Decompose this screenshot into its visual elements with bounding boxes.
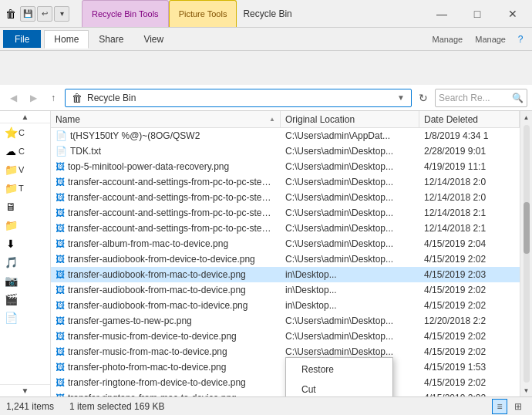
file-row[interactable]: 🖼transfer-music-from-device-to-device.pn… (51, 329, 520, 344)
item-count: 1,241 items (6, 401, 54, 412)
recycle-tools-tab[interactable]: Recycle Bin Tools (82, 0, 169, 27)
refresh-button[interactable]: ↻ (415, 89, 432, 106)
file-date-cell: 4/15/2019 2:02 (419, 282, 520, 298)
video-icon: 🎬 (3, 292, 19, 307)
save-button[interactable]: 💾 (20, 6, 35, 22)
sidebar-item-quickaccess[interactable]: ⭐ C (0, 123, 50, 142)
context-menu-item-cut[interactable]: Cut (286, 380, 392, 396)
file-list-scroll[interactable]: 📄t(HSY150tY %@)~(8OG/QSW2C:\Users\admin\… (51, 128, 520, 396)
file-date-cell: 4/15/2019 2:02 (419, 298, 520, 313)
sidebar-scroll-up[interactable]: ▲ (0, 111, 50, 123)
file-row[interactable]: 🖼transfer-audiobook-from-mac-to-device.p… (51, 267, 520, 282)
picture-tools-tab[interactable]: Picture Tools (169, 0, 237, 27)
context-menu-item-restore[interactable]: Restore (286, 359, 392, 380)
minimize-button[interactable]: — (424, 0, 460, 28)
view-large-button[interactable]: ⊞ (510, 399, 526, 414)
file-row[interactable]: 🖼transfer-account-and-settings-from-pc-t… (51, 174, 520, 190)
file-row[interactable]: 🖼top-5-minitool-power-data-recovery.pngC… (51, 159, 520, 174)
file-name-text: transfer-music-from-mac-to-device.png (68, 346, 227, 357)
file-name-text: transfer-audiobook-from-mac-to-device.pn… (68, 269, 246, 280)
tab-view[interactable]: View (133, 30, 173, 48)
file-name-cell: 🖼transfer-games-to-new-pc.png (51, 313, 281, 329)
file-icon: 🖼 (56, 362, 65, 373)
tab-file[interactable]: File (3, 30, 41, 48)
file-row[interactable]: 🖼transfer-audiobook-from-mac-to-device.p… (51, 282, 520, 298)
scrollbar-track[interactable] (524, 125, 530, 383)
file-date-cell: 4/15/2019 2:02 (419, 390, 520, 396)
file-icon: 📄 (56, 130, 67, 141)
col-header-name[interactable]: Name ▲ (51, 111, 281, 127)
file-location-cell: C:\Users\admin\Desktop... (281, 190, 419, 205)
up-button[interactable]: ↑ (45, 89, 62, 106)
file-name-text: transfer-ringtone-from-device-to-device.… (68, 377, 246, 388)
sidebar-item-label: V (19, 165, 24, 174)
file-row[interactable]: 🖼transfer-account-and-settings-from-pc-t… (51, 221, 520, 236)
maximize-button[interactable]: □ (460, 0, 495, 28)
file-row[interactable]: 🖼transfer-games-to-new-pc.pngC:\Users\ad… (51, 313, 520, 329)
file-row[interactable]: 🖼transfer-account-and-settings-from-pc-t… (51, 190, 520, 205)
file-name-text: transfer-account-and-settings-from-pc-to… (68, 192, 276, 203)
file-name-cell: 🖼transfer-album-from-mac-to-device.png (51, 236, 281, 251)
file-name-cell: 🖼transfer-audiobook-from-device-to-devic… (51, 251, 281, 267)
undo-button[interactable]: ↩ (37, 6, 52, 22)
sidebar-item-videos[interactable]: 🎬 (0, 290, 50, 309)
file-icon: 📄 (56, 146, 67, 157)
file-icon: 🖼 (56, 192, 65, 203)
address-input[interactable]: 🗑 Recycle Bin ▼ (65, 89, 412, 107)
col-location-label: Original Location (285, 114, 355, 125)
scrollbar-thumb[interactable] (524, 202, 530, 254)
file-row[interactable]: 🖼transfer-audiobook-from-mac-to-idevice.… (51, 298, 520, 313)
folder-icon: 📁 (3, 162, 19, 177)
file-name-cell: 🖼transfer-ringtone-from-mac-to-device.pn… (51, 390, 281, 396)
file-icon: 🖼 (56, 331, 65, 342)
file-date-cell: 12/14/2018 2:1 (419, 205, 520, 221)
sidebar-item-music[interactable]: 🎵 (0, 253, 50, 272)
sidebar-item-downloads[interactable]: ⬇ (0, 234, 50, 253)
col-date-label: Date Deleted (424, 114, 478, 125)
file-row[interactable]: 📄t(HSY150tY %@)~(8OG/QSW2C:\Users\admin\… (51, 128, 520, 143)
file-name-cell: 📄t(HSY150tY %@)~(8OG/QSW2 (51, 128, 281, 143)
forward-button[interactable]: ▶ (25, 89, 42, 106)
file-location-cell: C:\Users\admin\Desktop... (281, 329, 419, 344)
window-icon: 🗑 (5, 8, 17, 20)
file-name-cell: 🖼transfer-account-and-settings-from-pc-t… (51, 174, 281, 190)
file-row[interactable]: 🖼transfer-account-and-settings-from-pc-t… (51, 205, 520, 221)
desktop-icon: 🖥 (3, 199, 19, 214)
sidebar-item-pictures[interactable]: 📷 (0, 272, 50, 290)
file-name-text: TDK.txt (70, 146, 101, 157)
close-button[interactable]: ✕ (495, 0, 530, 28)
file-icon: 🖼 (56, 300, 65, 311)
right-scrollbar[interactable]: ▲ ▼ (520, 111, 532, 396)
scroll-up-arrow[interactable]: ▲ (520, 111, 533, 123)
sidebar-item-label: T (19, 184, 24, 193)
view-details-button[interactable]: ≡ (492, 399, 507, 414)
col-header-location[interactable]: Original Location (281, 111, 419, 127)
file-date-cell: 1/8/2019 4:34 1 (419, 128, 520, 143)
file-name-text: transfer-games-to-new-pc.png (68, 315, 192, 326)
sidebar-item-folder2[interactable]: 📁 T (0, 179, 50, 197)
back-button[interactable]: ◀ (5, 89, 22, 106)
sidebar-item-cloud1[interactable]: ☁ C (0, 142, 50, 160)
file-date-cell: 4/15/2019 2:02 (419, 375, 520, 390)
file-row[interactable]: 🖼transfer-album-from-mac-to-device.pngC:… (51, 236, 520, 251)
sidebar-scroll-down[interactable]: ▼ (0, 384, 50, 396)
file-row[interactable]: 📄TDK.txtC:\Users\admin\Desktop...2/28/20… (51, 143, 520, 159)
quick-access-dropdown[interactable]: ▾ (54, 6, 69, 22)
sidebar-item-docs[interactable]: 📄 (0, 309, 50, 327)
file-icon: 🖼 (56, 285, 65, 295)
file-name-cell: 🖼transfer-account-and-settings-from-pc-t… (51, 205, 281, 221)
sidebar-item-folder3[interactable]: 📁 (0, 216, 50, 234)
help-button[interactable]: ? (512, 31, 529, 48)
file-date-cell: 4/15/2019 2:03 (419, 267, 520, 282)
sidebar-item-desktop[interactable]: 🖥 (0, 197, 50, 216)
tab-home[interactable]: Home (44, 30, 89, 49)
file-row[interactable]: 🖼transfer-audiobook-from-device-to-devic… (51, 251, 520, 267)
file-date-cell: 12/14/2018 2:1 (419, 221, 520, 236)
file-icon: 🖼 (56, 315, 65, 326)
address-dropdown-arrow[interactable]: ▼ (397, 93, 405, 102)
col-header-date[interactable]: Date Deleted (419, 111, 520, 127)
search-box[interactable]: Search Re... 🔍 (435, 89, 527, 107)
sidebar-item-folder1[interactable]: 📁 V (0, 160, 50, 179)
tab-share[interactable]: Share (89, 30, 133, 48)
scroll-down-arrow[interactable]: ▼ (520, 384, 533, 396)
